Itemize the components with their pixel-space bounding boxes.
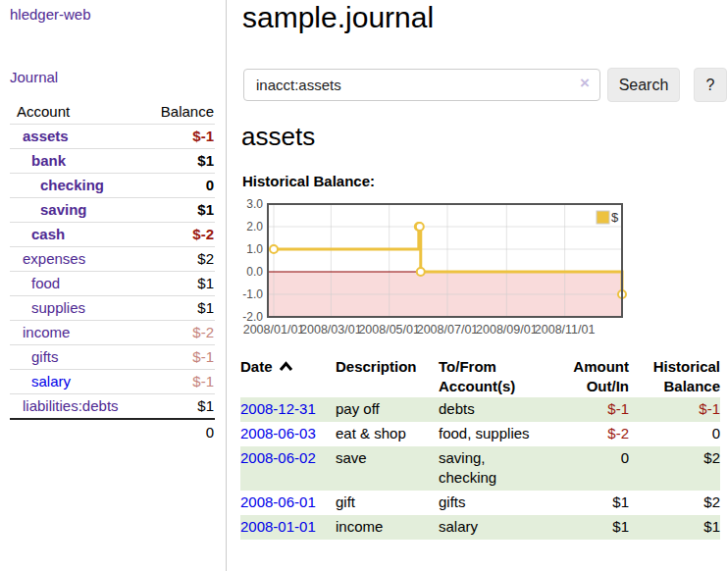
transaction-balance: $2 — [629, 491, 720, 515]
sort-asc-icon — [279, 361, 293, 372]
account-link[interactable]: cash — [31, 226, 65, 242]
account-link[interactable]: gifts — [31, 348, 59, 365]
clear-search-icon[interactable]: × — [580, 75, 590, 91]
account-link[interactable]: saving — [40, 201, 87, 218]
help-button[interactable]: ? — [694, 68, 727, 102]
account-row: gifts$-1 — [10, 345, 215, 370]
account-balance: 0 — [141, 174, 215, 198]
transaction-accounts: saving, checking — [439, 446, 571, 491]
register-header-amount: AmountOut/In — [571, 355, 629, 397]
register-header-row: DateDescriptionTo/FromAccount(s)AmountOu… — [240, 355, 720, 397]
accounts-header-balance: Balance — [141, 100, 215, 125]
register-header-date[interactable]: Date — [240, 355, 336, 397]
chart-label: Historical Balance: — [242, 173, 375, 189]
account-balance: $-1 — [141, 345, 215, 370]
account-balance: $1 — [141, 296, 215, 321]
hledger-web-app: hledger-web Journal Account Balance asse… — [0, 0, 728, 571]
transaction-description: income — [336, 515, 439, 540]
y-axis-label: -2.0 — [242, 310, 263, 324]
account-row: supplies$1 — [10, 296, 215, 321]
accounts-header-row: Account Balance — [10, 100, 215, 125]
y-axis-label: -1.0 — [242, 287, 263, 301]
transaction-balance: $-1 — [629, 397, 720, 422]
transaction-amount: $1 — [571, 515, 629, 540]
account-row: income$-2 — [10, 321, 215, 345]
account-link[interactable]: assets — [23, 128, 69, 144]
register-row: 2008-01-01incomesalary$1$1 — [240, 515, 720, 540]
transaction-date-link[interactable]: 2008-12-31 — [240, 400, 316, 417]
account-row: food$1 — [10, 272, 215, 296]
transaction-amount: $1 — [571, 491, 629, 515]
account-balance: $1 — [141, 149, 215, 174]
accounts-table: Account Balance assets$-1bank$1checking0… — [10, 100, 215, 444]
transaction-amount: 0 — [571, 446, 629, 491]
account-balance: $-1 — [141, 125, 215, 149]
account-row: expenses$2 — [10, 247, 215, 272]
transaction-description: eat & shop — [336, 422, 439, 446]
account-balance: $-2 — [141, 321, 215, 345]
search-input[interactable] — [243, 69, 600, 101]
account-link[interactable]: expenses — [23, 250, 85, 267]
accounts-total-row: 0 — [10, 419, 215, 444]
transaction-date-link[interactable]: 2008-06-03 — [240, 425, 316, 441]
account-link[interactable]: liabilities:debts — [23, 397, 119, 414]
transaction-description: gift — [336, 491, 439, 515]
account-row: liabilities:debts$1 — [10, 394, 215, 420]
account-balance: $2 — [141, 247, 215, 272]
register-header-description: Description — [336, 355, 439, 397]
account-link[interactable]: checking — [40, 177, 104, 193]
data-point-marker — [270, 245, 278, 253]
account-row: checking0 — [10, 174, 215, 198]
account-row: cash$-2 — [10, 223, 215, 247]
y-axis-label: 1.0 — [246, 242, 263, 256]
register-row: 2008-06-03eat & shopfood, supplies$-20 — [240, 422, 720, 446]
account-balance: $1 — [141, 272, 215, 296]
accounts-header-account: Account — [10, 100, 141, 125]
account-row: bank$1 — [10, 149, 215, 174]
account-link[interactable]: income — [23, 324, 70, 340]
transaction-balance: 0 — [629, 422, 720, 446]
register-header-historical: HistoricalBalance — [629, 355, 720, 397]
account-balance: $1 — [141, 198, 215, 223]
account-row: saving$1 — [10, 198, 215, 223]
register-row: 2008-06-01giftgifts$1$2 — [240, 491, 720, 515]
account-link[interactable]: food — [31, 275, 60, 291]
transaction-amount: $-2 — [571, 422, 629, 446]
transaction-date-link[interactable]: 2008-06-01 — [240, 493, 316, 510]
x-axis-label: 2008/11/01 — [535, 323, 596, 337]
sidebar-item-journal[interactable]: Journal — [10, 69, 58, 85]
accounts-total-balance: 0 — [141, 419, 215, 444]
account-balance: $1 — [141, 394, 215, 420]
x-axis-label: 2008/05/01 — [358, 323, 420, 337]
legend-swatch — [597, 211, 609, 224]
data-point-marker — [417, 268, 425, 276]
historical-balance-chart: $3.02.01.00.0-1.0-2.02008/01/012008/03/0… — [236, 196, 629, 341]
register-row: 2008-06-02savesaving, checking0$2 — [240, 446, 720, 491]
transaction-description: save — [336, 446, 439, 491]
x-axis-label: 2008/09/01 — [476, 323, 538, 337]
transaction-date-link[interactable]: 2008-01-01 — [240, 518, 316, 535]
transaction-amount: $-1 — [571, 397, 629, 422]
register-row: 2008-12-31pay offdebts$-1$-1 — [240, 397, 720, 422]
account-balance: $-2 — [141, 223, 215, 247]
transaction-balance: $1 — [629, 515, 720, 540]
data-point-marker — [416, 223, 424, 231]
transaction-description: pay off — [336, 397, 439, 422]
legend-label: $ — [611, 210, 619, 225]
x-axis-label: 2008/01/01 — [243, 323, 305, 337]
transaction-accounts: debts — [439, 397, 571, 422]
y-axis-label: 0.0 — [246, 265, 263, 279]
x-axis-label: 2008/03/01 — [300, 323, 362, 337]
search-button[interactable]: Search — [607, 68, 680, 102]
brand-link[interactable]: hledger-web — [10, 6, 91, 23]
account-link[interactable]: salary — [31, 373, 71, 389]
transaction-accounts: gifts — [439, 491, 571, 515]
transaction-accounts: salary — [439, 515, 571, 540]
sidebar: hledger-web Journal Account Balance asse… — [0, 0, 227, 571]
register-table: DateDescriptionTo/FromAccount(s)AmountOu… — [240, 355, 720, 540]
transaction-date-link[interactable]: 2008-06-02 — [240, 449, 316, 466]
account-link[interactable]: supplies — [31, 299, 85, 316]
account-link[interactable]: bank — [31, 152, 66, 169]
account-row: assets$-1 — [10, 125, 215, 149]
account-row: salary$-1 — [10, 370, 215, 394]
